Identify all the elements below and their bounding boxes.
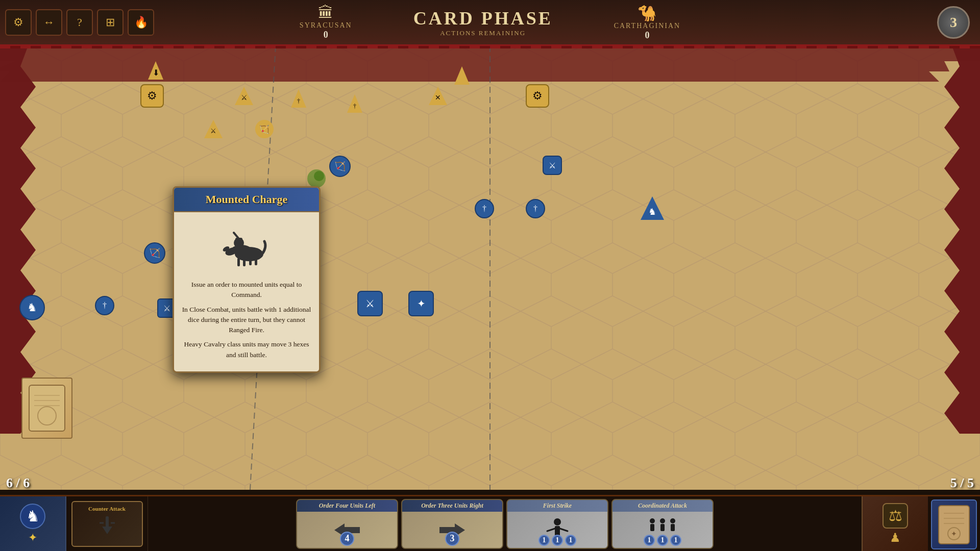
svg-text:†: †: [297, 97, 301, 105]
counter-attack-area: Counter Attack: [66, 496, 148, 551]
svg-text:🏹: 🏹: [259, 124, 270, 134]
unit-blue-crossed-1: ⚔: [543, 156, 562, 175]
book-card-right[interactable]: ✦: [931, 499, 977, 549]
card-popup-header: Mounted Charge: [174, 188, 319, 212]
cards-area: Order Four Units Left 4 Order Three Unit…: [148, 496, 862, 551]
counter-attack-card[interactable]: Counter Attack: [71, 501, 143, 547]
left-player-faction-badge: ✦: [28, 531, 37, 544]
card-text-3: Heavy Cavalry class units may move 3 hex…: [181, 339, 312, 360]
unit-wheel-left: ⚙: [140, 84, 164, 108]
counter-attack-title: Counter Attack: [88, 506, 126, 512]
score-left: 6 / 6: [6, 475, 30, 491]
card-text-1: Issue an order to mounted units equal to…: [181, 280, 312, 300]
card1-title: Order Four Units Left: [301, 502, 393, 510]
unit-sword-2: ⚔: [204, 120, 223, 138]
parchment-decoration: [21, 378, 72, 439]
card3-title: First Strike: [511, 502, 603, 510]
toolbar: ⚙ ↔ ? ⊞ 🔥: [5, 9, 154, 36]
arrows-button[interactable]: ↔: [36, 9, 62, 36]
svg-rect-39: [249, 258, 252, 265]
fire-button[interactable]: 🔥: [128, 9, 154, 36]
svg-text:✦: ✦: [951, 530, 957, 538]
svg-rect-60: [671, 524, 675, 531]
help-button[interactable]: ?: [66, 9, 93, 36]
svg-rect-38: [243, 258, 246, 266]
bottom-bar: ♞ ✦ Counter Attack: [0, 495, 980, 551]
unit-blue-sword-left: †: [95, 296, 114, 315]
card-coordinated-attack[interactable]: Coordinated Attack 1 1: [611, 499, 714, 549]
phase-info: CARD PHASE ACTIONS REMAINING: [413, 8, 553, 37]
svg-rect-56: [650, 524, 654, 531]
unit-blue-horse-left: ♞: [19, 295, 45, 320]
card4-number-3: 1: [670, 535, 681, 546]
unit-blue-archer-left: 🏹: [144, 242, 165, 264]
svg-text:♞: ♞: [648, 207, 656, 217]
svg-point-59: [670, 518, 675, 523]
unit-sword-5: [454, 66, 470, 85]
unit-wheel-right: ⚙: [526, 84, 549, 108]
svg-point-9: [314, 171, 324, 181]
carthaginian-faction: 🐪 CARTHAGINIAN 0: [614, 4, 680, 41]
card-popup-title: Mounted Charge: [179, 193, 314, 206]
unit-blue-crossed-2: ⚔: [357, 291, 383, 316]
unit-crossed-swords-1: ⚔: [235, 87, 253, 105]
svg-rect-40: [255, 257, 257, 265]
card-popup-body: Issue an order to mounted units equal to…: [174, 212, 319, 371]
svg-text:⚔: ⚔: [241, 94, 248, 102]
svg-line-51: [547, 529, 555, 531]
svg-point-49: [554, 518, 561, 525]
settings-button[interactable]: ⚙: [5, 9, 32, 36]
svg-rect-61: [939, 506, 969, 544]
carthaginian-count: 0: [614, 30, 680, 41]
svg-point-55: [650, 518, 655, 523]
unit-blue-sword-1: †: [475, 199, 494, 218]
pawn-icon: ♟: [890, 531, 901, 545]
player-panel-right: ⚖ ♟: [862, 496, 928, 551]
svg-marker-24: [454, 66, 470, 85]
svg-text:✕: ✕: [435, 94, 441, 102]
svg-text:⚔: ⚔: [210, 127, 216, 135]
card3-number-2: 1: [552, 535, 563, 546]
unit-sword-4: †: [347, 94, 362, 113]
player-panel-left: ♞ ✦: [0, 496, 66, 551]
balance-icon: ⚖: [883, 503, 908, 529]
svg-text:⬇: ⬇: [153, 68, 159, 77]
card-order-four-left[interactable]: Order Four Units Left 4: [296, 499, 398, 549]
syracusan-icon: 🏛: [300, 4, 352, 21]
syracusan-count: 0: [300, 30, 352, 40]
svg-marker-44: [102, 527, 112, 534]
unit-blue-crossed-3: ✦: [408, 291, 434, 316]
score-right: 5 / 5: [950, 475, 974, 491]
counter-attack-icon: [94, 514, 120, 542]
card2-number: 3: [445, 532, 459, 546]
map-button[interactable]: ⊞: [97, 9, 124, 36]
unit-sword-1: ⬇: [148, 61, 163, 80]
svg-line-52: [560, 529, 568, 531]
svg-text:†: †: [353, 102, 357, 110]
card3-number-3: 1: [565, 535, 576, 546]
carthaginian-icon: 🐪: [614, 4, 680, 22]
unit-blue-sword-2: †: [526, 199, 545, 218]
actions-label: ACTIONS REMAINING: [413, 29, 553, 37]
svg-rect-58: [660, 524, 665, 531]
card4-title: Coordinated Attack: [617, 502, 708, 510]
card1-number: 4: [340, 532, 354, 546]
card-first-strike[interactable]: First Strike 1 1 1: [506, 499, 608, 549]
card3-number-1: 1: [538, 535, 550, 546]
round-counter: 3: [937, 6, 970, 39]
mounted-charge-card[interactable]: Mounted Charge: [173, 186, 321, 373]
unit-blue-horse: ♞: [641, 196, 664, 220]
unit-blue-archer: 🏹: [329, 156, 351, 177]
card-text-2: In Close Combat, units battle with 1 add…: [181, 305, 312, 336]
svg-rect-37: [237, 258, 240, 266]
svg-rect-27: [29, 385, 65, 431]
left-player-horse-icon: ♞: [20, 504, 45, 529]
card-popup-icon: [181, 223, 312, 276]
card-order-three-right[interactable]: Order Three Units Right 3: [401, 499, 503, 549]
unit-arrow-1: 🏹: [255, 120, 274, 138]
unit-sword-3: †: [291, 89, 306, 108]
header-bar: ⚙ ↔ ? ⊞ 🔥 🏛 SYRACUSAN 0 CARD PHASE ACTIO…: [0, 0, 980, 46]
unit-crossed-2: ✕: [429, 87, 447, 105]
card2-title: Order Three Units Right: [406, 502, 498, 510]
svg-point-57: [660, 518, 665, 523]
